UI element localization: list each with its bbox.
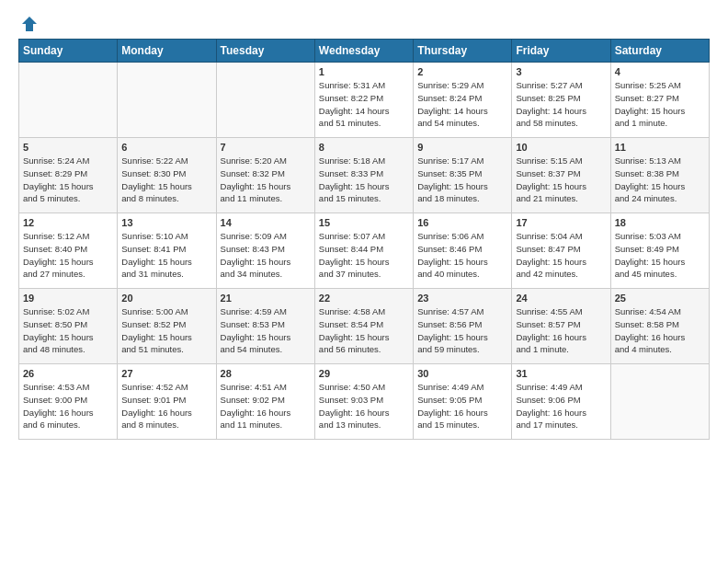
calendar-cell: 8Sunrise: 5:18 AM Sunset: 8:33 PM Daylig… [314, 138, 413, 213]
week-row-5: 26Sunrise: 4:53 AM Sunset: 9:00 PM Dayli… [19, 364, 710, 440]
calendar-cell: 29Sunrise: 4:50 AM Sunset: 9:03 PM Dayli… [314, 364, 413, 440]
calendar-cell: 26Sunrise: 4:53 AM Sunset: 9:00 PM Dayli… [19, 364, 118, 440]
cell-info: Sunrise: 4:49 AM Sunset: 9:06 PM Dayligh… [516, 381, 606, 431]
calendar-cell: 17Sunrise: 5:04 AM Sunset: 8:47 PM Dayli… [512, 213, 610, 289]
calendar-cell [610, 364, 709, 440]
cell-info: Sunrise: 4:53 AM Sunset: 9:00 PM Dayligh… [23, 381, 113, 431]
day-number: 22 [319, 293, 409, 304]
calendar-cell: 6Sunrise: 5:22 AM Sunset: 8:30 PM Daylig… [118, 138, 216, 213]
svg-marker-0 [22, 17, 37, 31]
cell-info: Sunrise: 5:06 AM Sunset: 8:46 PM Dayligh… [417, 230, 507, 281]
calendar-cell: 2Sunrise: 5:29 AM Sunset: 8:24 PM Daylig… [414, 63, 512, 138]
cell-info: Sunrise: 5:20 AM Sunset: 8:32 PM Dayligh… [221, 155, 311, 205]
day-number: 6 [121, 142, 211, 153]
day-number: 4 [615, 66, 705, 77]
calendar-cell: 19Sunrise: 5:02 AM Sunset: 8:50 PM Dayli… [19, 289, 118, 364]
col-header-wednesday: Wednesday [314, 40, 413, 63]
header-row: SundayMondayTuesdayWednesdayThursdayFrid… [19, 40, 710, 63]
week-row-1: 1Sunrise: 5:31 AM Sunset: 8:22 PM Daylig… [19, 63, 710, 138]
calendar-cell: 5Sunrise: 5:24 AM Sunset: 8:29 PM Daylig… [19, 138, 118, 213]
cell-info: Sunrise: 4:49 AM Sunset: 9:05 PM Dayligh… [417, 381, 507, 431]
cell-info: Sunrise: 5:25 AM Sunset: 8:27 PM Dayligh… [615, 79, 705, 130]
calendar-cell: 20Sunrise: 5:00 AM Sunset: 8:52 PM Dayli… [118, 289, 216, 364]
day-number: 10 [516, 142, 606, 153]
day-number: 27 [121, 368, 211, 379]
calendar-cell: 22Sunrise: 4:58 AM Sunset: 8:54 PM Dayli… [314, 289, 413, 364]
day-number: 26 [23, 368, 113, 379]
col-header-friday: Friday [512, 40, 610, 63]
day-number: 20 [121, 293, 211, 304]
cell-info: Sunrise: 4:52 AM Sunset: 9:01 PM Dayligh… [121, 381, 211, 431]
calendar-cell [19, 63, 118, 138]
day-number: 28 [221, 368, 311, 379]
cell-info: Sunrise: 4:57 AM Sunset: 8:56 PM Dayligh… [417, 305, 507, 356]
calendar-cell: 31Sunrise: 4:49 AM Sunset: 9:06 PM Dayli… [512, 364, 610, 440]
day-number: 2 [417, 66, 507, 77]
col-header-sunday: Sunday [19, 40, 118, 63]
cell-info: Sunrise: 5:27 AM Sunset: 8:25 PM Dayligh… [516, 79, 606, 130]
day-number: 19 [23, 293, 113, 304]
day-number: 31 [516, 368, 606, 379]
day-number: 11 [615, 142, 705, 153]
cell-info: Sunrise: 5:24 AM Sunset: 8:29 PM Dayligh… [23, 155, 113, 205]
calendar-cell: 27Sunrise: 4:52 AM Sunset: 9:01 PM Dayli… [118, 364, 216, 440]
day-number: 21 [221, 293, 311, 304]
cell-info: Sunrise: 4:51 AM Sunset: 9:02 PM Dayligh… [221, 381, 311, 431]
cell-info: Sunrise: 5:13 AM Sunset: 8:38 PM Dayligh… [615, 155, 705, 205]
calendar-cell: 30Sunrise: 4:49 AM Sunset: 9:05 PM Dayli… [414, 364, 512, 440]
calendar-table: SundayMondayTuesdayWednesdayThursdayFrid… [18, 39, 710, 440]
calendar-cell: 15Sunrise: 5:07 AM Sunset: 8:44 PM Dayli… [314, 213, 413, 289]
day-number: 17 [516, 217, 606, 228]
cell-info: Sunrise: 5:31 AM Sunset: 8:22 PM Dayligh… [319, 79, 409, 130]
cell-info: Sunrise: 5:15 AM Sunset: 8:37 PM Dayligh… [516, 155, 606, 205]
cell-info: Sunrise: 4:54 AM Sunset: 8:58 PM Dayligh… [615, 305, 705, 356]
week-row-3: 12Sunrise: 5:12 AM Sunset: 8:40 PM Dayli… [19, 213, 710, 289]
cell-info: Sunrise: 5:10 AM Sunset: 8:41 PM Dayligh… [121, 230, 211, 281]
logo-icon [20, 15, 39, 33]
day-number: 13 [121, 217, 211, 228]
calendar-cell: 18Sunrise: 5:03 AM Sunset: 8:49 PM Dayli… [610, 213, 709, 289]
calendar-cell: 14Sunrise: 5:09 AM Sunset: 8:43 PM Dayli… [216, 213, 314, 289]
page: SundayMondayTuesdayWednesdayThursdayFrid… [0, 0, 728, 449]
day-number: 18 [615, 217, 705, 228]
day-number: 9 [417, 142, 507, 153]
calendar-cell: 10Sunrise: 5:15 AM Sunset: 8:37 PM Dayli… [512, 138, 610, 213]
calendar-cell: 11Sunrise: 5:13 AM Sunset: 8:38 PM Dayli… [610, 138, 709, 213]
day-number: 16 [417, 217, 507, 228]
day-number: 7 [221, 142, 311, 153]
calendar-cell: 4Sunrise: 5:25 AM Sunset: 8:27 PM Daylig… [610, 63, 709, 138]
calendar-cell: 25Sunrise: 4:54 AM Sunset: 8:58 PM Dayli… [610, 289, 709, 364]
cell-info: Sunrise: 5:12 AM Sunset: 8:40 PM Dayligh… [23, 230, 113, 281]
cell-info: Sunrise: 5:02 AM Sunset: 8:50 PM Dayligh… [23, 305, 113, 356]
day-number: 15 [319, 217, 409, 228]
calendar-cell [118, 63, 216, 138]
cell-info: Sunrise: 4:55 AM Sunset: 8:57 PM Dayligh… [516, 305, 606, 356]
col-header-monday: Monday [118, 40, 216, 63]
calendar-cell: 13Sunrise: 5:10 AM Sunset: 8:41 PM Dayli… [118, 213, 216, 289]
header [18, 15, 710, 33]
calendar-cell: 9Sunrise: 5:17 AM Sunset: 8:35 PM Daylig… [414, 138, 512, 213]
calendar-cell: 12Sunrise: 5:12 AM Sunset: 8:40 PM Dayli… [19, 213, 118, 289]
cell-info: Sunrise: 5:22 AM Sunset: 8:30 PM Dayligh… [121, 155, 211, 205]
week-row-2: 5Sunrise: 5:24 AM Sunset: 8:29 PM Daylig… [19, 138, 710, 213]
cell-info: Sunrise: 4:58 AM Sunset: 8:54 PM Dayligh… [319, 305, 409, 356]
day-number: 12 [23, 217, 113, 228]
calendar-cell: 23Sunrise: 4:57 AM Sunset: 8:56 PM Dayli… [414, 289, 512, 364]
cell-info: Sunrise: 5:03 AM Sunset: 8:49 PM Dayligh… [615, 230, 705, 281]
cell-info: Sunrise: 4:50 AM Sunset: 9:03 PM Dayligh… [319, 381, 409, 431]
week-row-4: 19Sunrise: 5:02 AM Sunset: 8:50 PM Dayli… [19, 289, 710, 364]
cell-info: Sunrise: 4:59 AM Sunset: 8:53 PM Dayligh… [221, 305, 311, 356]
calendar-cell: 16Sunrise: 5:06 AM Sunset: 8:46 PM Dayli… [414, 213, 512, 289]
calendar-cell: 28Sunrise: 4:51 AM Sunset: 9:02 PM Dayli… [216, 364, 314, 440]
day-number: 1 [319, 66, 409, 77]
day-number: 8 [319, 142, 409, 153]
cell-info: Sunrise: 5:17 AM Sunset: 8:35 PM Dayligh… [417, 155, 507, 205]
cell-info: Sunrise: 5:29 AM Sunset: 8:24 PM Dayligh… [417, 79, 507, 130]
calendar-cell: 1Sunrise: 5:31 AM Sunset: 8:22 PM Daylig… [314, 63, 413, 138]
col-header-thursday: Thursday [414, 40, 512, 63]
calendar-cell: 24Sunrise: 4:55 AM Sunset: 8:57 PM Dayli… [512, 289, 610, 364]
col-header-tuesday: Tuesday [216, 40, 314, 63]
calendar-cell: 7Sunrise: 5:20 AM Sunset: 8:32 PM Daylig… [216, 138, 314, 213]
day-number: 25 [615, 293, 705, 304]
day-number: 30 [417, 368, 507, 379]
